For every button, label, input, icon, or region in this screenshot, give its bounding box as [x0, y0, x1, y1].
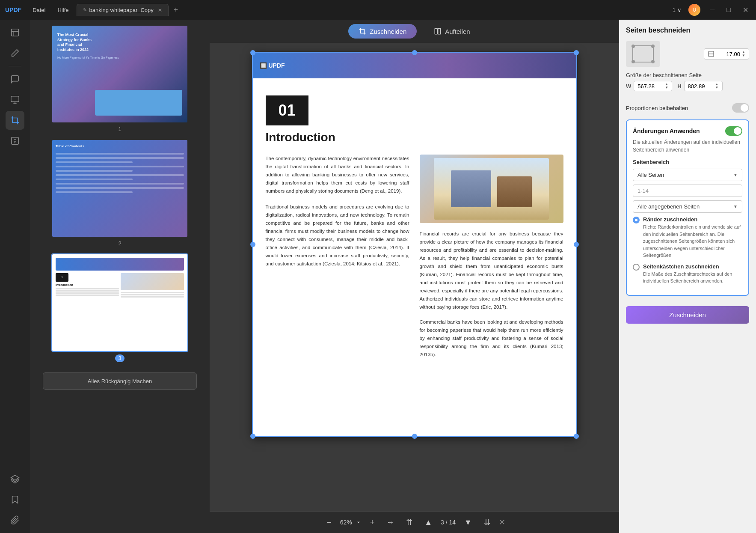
proportion-toggle[interactable] — [732, 103, 749, 113]
active-tab[interactable]: ✎ banking whitepapar_Copy ✕ — [77, 4, 169, 16]
last-page-btn[interactable]: ⇊ — [480, 516, 494, 529]
prev-page-btn[interactable]: ▲ — [421, 516, 436, 529]
crop-handle-bl[interactable] — [250, 434, 255, 439]
width-input-wrap[interactable]: ▲ ▼ — [634, 81, 672, 91]
thumb3-content: 01 Introduction — [52, 254, 187, 351]
crop-handle-ml[interactable] — [250, 242, 255, 247]
zuschneiden-apply-btn[interactable]: Zuschneiden — [626, 306, 749, 324]
page-nav[interactable]: 1 ∨ — [673, 7, 682, 13]
app-logo: UPDF — [5, 6, 21, 13]
pdf-header: 🔲 UPDF — [253, 53, 576, 78]
minimize-btn[interactable]: ─ — [707, 6, 717, 14]
radio-circle-unchecked — [633, 264, 640, 271]
svg-rect-11 — [435, 28, 438, 34]
height-stepper[interactable]: ▲ ▼ — [715, 83, 719, 89]
dropdown1-value: Alle Seiten — [637, 172, 664, 178]
right-panel: Seiten beschneiden ▲ ▼ — [619, 20, 756, 533]
radio-raender-zuschneiden[interactable]: Ränder zuschneiden Richte Ränderkontroll… — [633, 216, 742, 259]
next-page-btn[interactable]: ▼ — [461, 516, 475, 529]
crop-handle-tr[interactable] — [574, 50, 579, 55]
thumbnail-item-active[interactable]: 01 Introduction — [51, 253, 188, 362]
thumbnail-item[interactable]: Table of Contents 2 — [51, 139, 188, 247]
alle-seiten-dropdown[interactable]: Alle Seiten ▼ — [633, 169, 742, 181]
thumb3-line — [121, 292, 184, 293]
w-label: W — [626, 83, 631, 89]
page-range-input[interactable] — [633, 185, 742, 197]
width-stepper[interactable]: ▲ ▼ — [665, 83, 668, 89]
crop-value-input[interactable]: ▲ ▼ — [704, 48, 749, 60]
changes-toggle[interactable] — [725, 126, 742, 136]
thumb2-line — [56, 183, 184, 185]
crop-position-visual — [626, 41, 660, 67]
zuschneiden-button[interactable]: Zuschneiden — [348, 24, 417, 39]
sidebar-item-form[interactable] — [6, 131, 24, 150]
crop-value-stepper[interactable]: ▲ ▼ — [742, 51, 745, 57]
proportion-label: Proportionen beibehalten — [626, 105, 688, 111]
menu-hilfe[interactable]: Hilfe — [53, 5, 73, 15]
dropdown1-arrow: ▼ — [733, 173, 738, 177]
radio-seitenkaestchen-zuschneiden[interactable]: Seitenkästchen zuschneiden Die Maße des … — [633, 263, 742, 285]
crop-handle-tm[interactable] — [412, 50, 417, 55]
thumb2-line — [56, 170, 133, 172]
crop-handle-mr[interactable] — [574, 242, 579, 247]
zoom-out-btn[interactable]: − — [323, 516, 335, 529]
thumb3-line — [121, 294, 184, 295]
pdf-page: 🔲 UPDF 01 Introduction The contemporary,… — [252, 52, 577, 437]
zoom-in-btn[interactable]: + — [367, 516, 378, 529]
size-section-label: Größe der beschnittenen Seite — [626, 72, 749, 78]
width-input[interactable] — [637, 83, 663, 89]
sidebar-item-pages[interactable] — [6, 90, 24, 109]
thumbnail-item[interactable]: The Most Crucial Strategy for Banks and … — [51, 25, 188, 132]
sidebar-item-layers[interactable] — [6, 470, 24, 488]
undo-button[interactable]: Alles Rückgängig Machen — [43, 372, 197, 390]
close-viewer-btn[interactable]: ✕ — [499, 518, 505, 527]
sidebar-item-pen[interactable] — [6, 44, 24, 63]
thumbnail-badge: 3 — [115, 354, 125, 362]
menu-datei[interactable]: Datei — [28, 5, 50, 15]
radio-circle-checked — [633, 217, 640, 223]
height-stepper-down[interactable]: ▼ — [715, 86, 719, 89]
sidebar-item-attachment[interactable] — [6, 511, 24, 530]
tab-pdf-icon: ✎ — [83, 7, 87, 13]
zoom-dropdown-icon — [356, 519, 362, 525]
thumb1-cover-image — [95, 90, 182, 116]
radio1-content: Ränder zuschneiden Richte Ränderkontroll… — [643, 216, 742, 259]
crop-value-field[interactable] — [714, 51, 740, 57]
changes-desc: Die aktuellen Änderungen auf den individ… — [633, 138, 742, 154]
first-page-btn[interactable]: ⇈ — [403, 516, 416, 529]
thumbnail-panel: The Most Crucial Strategy for Banks and … — [30, 20, 210, 533]
sidebar-item-reader[interactable] — [6, 23, 24, 42]
thumbnail-image: The Most Crucial Strategy for Banks and … — [51, 25, 188, 123]
changes-box: Änderungen Anwenden Die aktuellen Änderu… — [626, 119, 749, 296]
stepper-down[interactable]: ▼ — [742, 54, 745, 57]
crop-handle-br[interactable] — [574, 434, 579, 439]
thumbnail-image-active: 01 Introduction — [51, 253, 188, 352]
thumb2-line — [56, 179, 133, 180]
toggle-knob — [741, 104, 748, 112]
fit-width-btn[interactable]: ↔ — [383, 516, 397, 529]
crop-handle-bm[interactable] — [412, 434, 417, 439]
height-input-wrap[interactable]: ▲ ▼ — [684, 81, 723, 91]
alle-angegebenen-dropdown[interactable]: Alle angegebenen Seiten ▼ — [633, 200, 742, 213]
user-avatar[interactable]: U — [688, 4, 700, 16]
aufteilen-button[interactable]: Aufteilen — [424, 24, 480, 39]
close-btn[interactable]: ✕ — [740, 6, 751, 14]
maximize-btn[interactable]: □ — [724, 6, 733, 14]
sidebar-item-crop[interactable] — [6, 111, 24, 130]
thumb1-content: The Most Crucial Strategy for Banks and … — [52, 26, 187, 122]
crop-handle-tl[interactable] — [250, 50, 255, 55]
thumb3-line — [56, 292, 119, 294]
dropdown2-arrow: ▼ — [733, 204, 738, 209]
thumb2-line — [56, 157, 184, 159]
height-input[interactable] — [688, 83, 714, 89]
sidebar-divider-1 — [9, 66, 21, 66]
new-tab-btn[interactable]: + — [174, 6, 178, 15]
height-field: H ▲ ▼ — [677, 81, 722, 91]
sidebar-item-bookmark[interactable] — [6, 490, 24, 509]
pdf-col-right: Financial records are crucial for any bu… — [420, 155, 563, 359]
thumbnail-image: Table of Contents — [51, 139, 188, 238]
width-stepper-down[interactable]: ▼ — [665, 86, 668, 89]
close-tab-btn[interactable]: ✕ — [158, 7, 162, 13]
sidebar-item-comment[interactable] — [6, 70, 24, 89]
left-sidebar — [0, 20, 30, 533]
